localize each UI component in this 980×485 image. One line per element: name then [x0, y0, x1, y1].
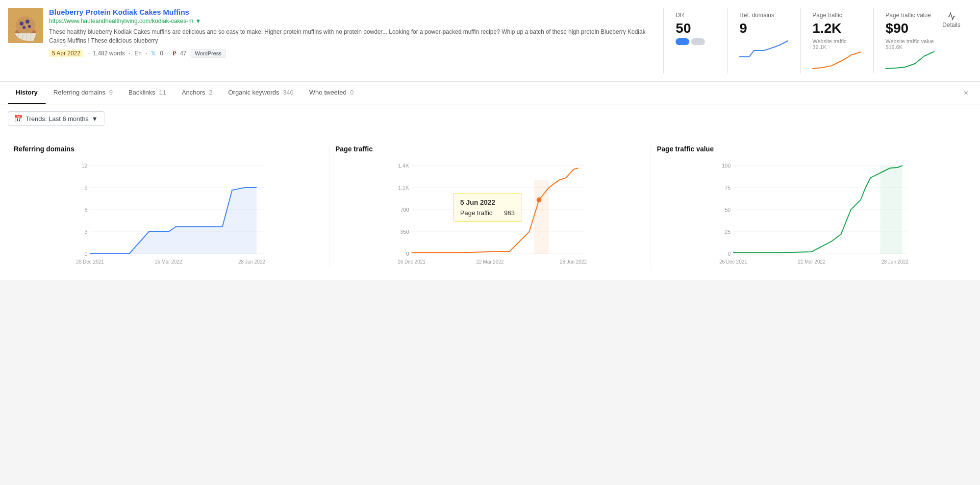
- tabs-bar: History Referring domains 9 Backlinks 11…: [0, 82, 980, 104]
- svg-text:1.1K: 1.1K: [398, 185, 409, 191]
- language: En: [134, 50, 142, 57]
- svg-text:28 Jun 2022: 28 Jun 2022: [238, 259, 265, 265]
- svg-point-5: [23, 26, 25, 29]
- page-traffic-chart-container: Page traffic 1.4K 1.1K 700 350 0: [329, 145, 651, 268]
- page-traffic-label: Page traffic: [812, 12, 861, 19]
- page-traffic-value-chart-title: Page traffic value: [657, 145, 966, 153]
- dr-label: DR: [676, 12, 715, 19]
- close-button[interactable]: ×: [960, 85, 972, 101]
- tooltip-date: 5 Jun 2022: [460, 198, 515, 206]
- details-button[interactable]: Details: [942, 12, 960, 28]
- page-traffic-value-sub: Website traffic value $19.6K: [885, 38, 934, 50]
- metric-page-traffic-value: Page traffic value $90 Website traffic v…: [874, 8, 972, 73]
- toggle-on[interactable]: [676, 38, 689, 45]
- svg-text:21 Mar 2022: 21 Mar 2022: [798, 259, 826, 265]
- svg-text:75: 75: [725, 185, 730, 191]
- metric-ref-domains: Ref. domains 9: [728, 8, 801, 73]
- dr-value: 50: [676, 21, 715, 36]
- ref-domains-label: Ref. domains: [739, 12, 788, 19]
- page-traffic-value-chart: [885, 50, 934, 70]
- metric-dr: DR 50: [664, 8, 728, 73]
- tooltip-value: 963: [504, 209, 515, 217]
- svg-text:700: 700: [400, 207, 409, 213]
- article-text: Blueberry Protein Kodiak Cakes Muffins h…: [49, 8, 655, 58]
- tab-history[interactable]: History: [8, 82, 46, 104]
- svg-text:28 Jun 2022: 28 Jun 2022: [560, 259, 587, 265]
- page-traffic-value-chart-container: Page traffic value 100 75 50 25 0: [651, 145, 972, 268]
- word-count: 1,482 words: [93, 50, 125, 57]
- svg-point-3: [20, 22, 24, 25]
- svg-text:22 Mar 2022: 22 Mar 2022: [476, 259, 504, 265]
- page-traffic-chart-title: Page traffic: [335, 145, 645, 153]
- referring-domains-chart-container: Referring domains 12 9 6 3 0: [8, 145, 329, 268]
- svg-marker-35: [534, 180, 549, 254]
- tab-backlinks[interactable]: Backlinks 11: [121, 82, 174, 104]
- charts-area: Referring domains 12 9 6 3 0: [0, 133, 980, 280]
- svg-point-4: [25, 20, 29, 24]
- svg-text:0: 0: [406, 251, 409, 257]
- svg-text:3: 3: [84, 229, 87, 235]
- page-traffic-value-value: $90: [885, 21, 934, 36]
- svg-text:0: 0: [84, 251, 87, 257]
- metrics-section: DR 50 Ref. domains 9 Page traffic 1.2K W…: [663, 8, 972, 73]
- svg-text:28 Jun 2022: 28 Jun 2022: [881, 259, 908, 265]
- pinterest-count: 47: [180, 50, 186, 57]
- tab-organic-keywords[interactable]: Organic keywords 346: [220, 82, 301, 104]
- svg-point-2: [16, 17, 35, 34]
- svg-text:50: 50: [725, 207, 730, 213]
- chart-tooltip: 5 Jun 2022 Page traffic 963: [453, 193, 522, 222]
- page-traffic-value-label: Page traffic value: [885, 12, 934, 19]
- article-url: https://www.hauteandhealthyliving.com/ko…: [49, 18, 655, 24]
- page-traffic-chart-wrap: 1.4K 1.1K 700 350 0 26 Dec 2021 22 Mar 2…: [335, 161, 645, 268]
- referring-domains-chart-title: Referring domains: [14, 145, 323, 153]
- svg-text:0: 0: [728, 251, 730, 257]
- svg-text:350: 350: [400, 229, 409, 235]
- svg-text:12: 12: [81, 163, 87, 169]
- ref-domains-value: 9: [739, 21, 788, 36]
- page-traffic-value: 1.2K: [812, 21, 861, 36]
- page-traffic-sub: Website traffic 32.1K: [812, 38, 861, 50]
- article-description: These healthy blueberry Kodiak Cakes muf…: [49, 27, 655, 45]
- svg-text:26 Dec 2021: 26 Dec 2021: [719, 259, 747, 265]
- svg-text:25: 25: [725, 229, 730, 235]
- top-section: Blueberry Protein Kodiak Cakes Muffins h…: [0, 0, 980, 82]
- svg-text:1.4K: 1.4K: [398, 163, 409, 169]
- article-title[interactable]: Blueberry Protein Kodiak Cakes Muffins: [49, 8, 655, 16]
- tab-who-tweeted[interactable]: Who tweeted 0: [302, 82, 362, 104]
- toggle-off[interactable]: [691, 38, 705, 45]
- ref-domains-chart: [739, 38, 788, 58]
- tab-referring-domains[interactable]: Referring domains 9: [46, 82, 121, 104]
- twitter-icon: 𝕏: [151, 50, 156, 57]
- trends-filter-button[interactable]: 📅 Trends: Last 6 months ▼: [8, 111, 104, 126]
- twitter-count: 0: [160, 50, 163, 57]
- svg-text:15 Mar 2022: 15 Mar 2022: [154, 259, 182, 265]
- article-info: Blueberry Protein Kodiak Cakes Muffins h…: [8, 8, 655, 58]
- page-traffic-chart: [812, 50, 861, 70]
- dropdown-arrow-icon: ▼: [92, 115, 98, 122]
- filter-bar: 📅 Trends: Last 6 months ▼: [0, 104, 980, 133]
- platform-badge: WordPress: [191, 49, 226, 58]
- svg-text:26 Dec 2021: 26 Dec 2021: [76, 259, 104, 265]
- page-traffic-value-chart-wrap: 100 75 50 25 0 26 Dec 2021 21 Mar 2022 2…: [657, 161, 966, 268]
- pinterest-icon: 𝐏: [173, 50, 176, 57]
- svg-marker-50: [880, 166, 903, 254]
- svg-point-36: [537, 197, 542, 202]
- url-dropdown-icon[interactable]: ▼: [195, 18, 201, 24]
- article-meta: 5 Apr 2022 · 1,482 words · En · 𝕏 0 · 𝐏 …: [49, 49, 655, 58]
- tooltip-label: Page traffic: [460, 209, 493, 217]
- calendar-icon: 📅: [14, 115, 23, 122]
- metric-page-traffic: Page traffic 1.2K Website traffic 32.1K: [801, 8, 874, 73]
- article-date: 5 Apr 2022: [49, 49, 83, 57]
- svg-marker-21: [90, 188, 257, 254]
- article-thumbnail: [8, 8, 43, 43]
- referring-domains-chart-wrap: 12 9 6 3 0 26 Dec 2021 15 Mar 2022 28 Ju…: [14, 161, 323, 268]
- svg-text:26 Dec 2021: 26 Dec 2021: [398, 259, 426, 265]
- svg-text:9: 9: [84, 185, 87, 191]
- svg-point-6: [28, 25, 31, 28]
- tab-anchors[interactable]: Anchors 2: [174, 82, 221, 104]
- svg-text:6: 6: [84, 207, 87, 213]
- svg-text:100: 100: [722, 163, 730, 169]
- tooltip-row: Page traffic 963: [460, 209, 515, 217]
